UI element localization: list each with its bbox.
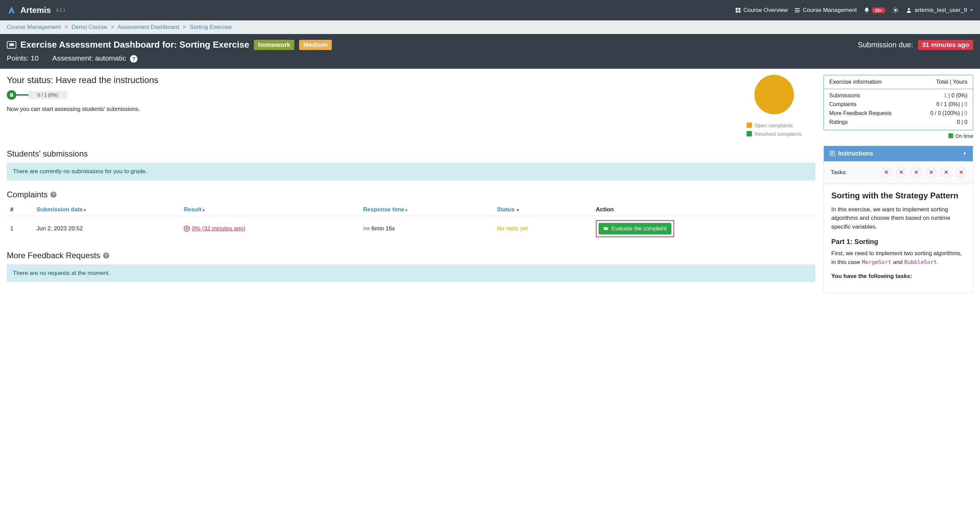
- col-status[interactable]: Status ▾: [493, 204, 592, 216]
- info-row-submissions: Submissions 1 | 0 (0%): [829, 91, 967, 100]
- chevron-right-icon: [963, 151, 967, 156]
- help-icon[interactable]: ?: [50, 191, 56, 198]
- feedback-heading: More Feedback Requests ?: [7, 251, 815, 260]
- on-time-label: On time: [955, 133, 973, 139]
- col-index: #: [7, 204, 33, 216]
- instructions-header-label: Instructions: [838, 150, 873, 157]
- progress-indicator: 0 / 1 (0%): [7, 90, 159, 100]
- category-badge: homework: [254, 40, 294, 50]
- info-label: More Feedback Requests: [829, 110, 930, 116]
- submission-due-badge: 31 minutes ago: [918, 40, 973, 50]
- instructions-header[interactable]: Instructions: [824, 146, 973, 161]
- legend-label: Resolved complaints: [755, 131, 802, 137]
- cell-status: No reply yet: [493, 216, 592, 241]
- help-icon[interactable]: ?: [103, 252, 109, 259]
- breadcrumb: Course Management > Demo Course > Assess…: [0, 21, 980, 34]
- svg-rect-4: [795, 8, 800, 9]
- part1-paragraph: First, we need to implement two sorting …: [831, 249, 966, 266]
- progress-text: 0 / 1 (0%): [29, 91, 67, 99]
- tasks-row: Tasks: ✕ ✕ ✕ ✕ ✕ ✕: [824, 161, 973, 184]
- breadcrumb-item[interactable]: Sorting Exercise: [189, 24, 232, 30]
- navbar: Artemis 6.2.1 Course Overview Course Man…: [0, 0, 980, 21]
- artemis-logo-icon: [7, 5, 16, 15]
- svg-point-7: [894, 9, 897, 11]
- svg-rect-18: [11, 94, 12, 94]
- info-yours-link[interactable]: 0: [964, 110, 967, 116]
- progress-step-icon: [7, 90, 16, 100]
- keyboard-icon: ⌨: [7, 41, 16, 49]
- notification-count-badge: 25+: [872, 8, 885, 13]
- brand-name: Artemis: [21, 5, 51, 15]
- breadcrumb-item[interactable]: Demo Course: [72, 24, 107, 30]
- svg-rect-5: [795, 10, 800, 11]
- svg-rect-3: [738, 11, 740, 13]
- feedback-empty-alert: There are no requests at the moment.: [7, 264, 815, 282]
- status-description: Now you can start assessing students' su…: [7, 106, 159, 113]
- navbar-brand[interactable]: Artemis 6.2.1: [7, 5, 65, 15]
- breadcrumb-sep: >: [111, 24, 115, 30]
- part1-heading: Part 1: Sorting: [831, 238, 966, 246]
- col-action: Action: [592, 204, 815, 216]
- info-label: Ratings: [829, 119, 957, 125]
- info-value: 1 | 0 (0%): [944, 92, 967, 99]
- notifications-button[interactable]: 25+: [864, 7, 885, 13]
- breadcrumb-item[interactable]: Assessment Dashboard: [118, 24, 179, 30]
- difficulty-badge: Medium: [299, 40, 332, 50]
- task-status-fail-icon[interactable]: ✕: [881, 167, 891, 178]
- evaluate-complaint-button[interactable]: Evaluate the complaint: [598, 223, 671, 234]
- version-label: 6.2.1: [56, 8, 65, 13]
- assessment-label-text: Assessment: automatic: [52, 54, 126, 62]
- code-mergesort: MergeSort: [862, 259, 891, 265]
- breadcrumb-item[interactable]: Course Management: [7, 24, 61, 30]
- user-icon: [906, 7, 912, 13]
- complaint-row: 1 Jun 2, 2023 20:52 ✕ 0% (32 minutes ago…: [7, 216, 815, 241]
- folder-open-icon: [603, 226, 609, 231]
- info-total-link[interactable]: 1: [944, 92, 947, 98]
- col-result[interactable]: Result♦: [180, 204, 360, 216]
- col-response-time[interactable]: Response time♦: [360, 204, 493, 216]
- nav-course-management[interactable]: Course Management: [795, 7, 857, 14]
- info-yours: 0: [964, 119, 967, 125]
- task-status-fail-icon[interactable]: ✕: [911, 167, 921, 178]
- instructions-intro: In this exercise, we want to implement s…: [831, 205, 966, 231]
- list-icon: [795, 8, 800, 13]
- cell-index: 1: [7, 216, 33, 241]
- user-menu[interactable]: artemis_test_user_9: [906, 7, 973, 14]
- username-label: artemis_test_user_9: [915, 7, 967, 14]
- theme-toggle-button[interactable]: [892, 7, 899, 14]
- result-link[interactable]: 0% (32 minutes ago): [192, 225, 245, 232]
- on-time-swatch: [948, 134, 953, 138]
- page-title-text: Exercise Assessment Dashboard for: Sorti…: [21, 40, 249, 50]
- submissions-empty-alert: There are currently no submissions for y…: [7, 162, 815, 180]
- info-row-feedback: More Feedback Requests 0 / 0 (100%) | 0: [829, 109, 967, 118]
- exercise-info-box: Exercise information Total | Yours Submi…: [824, 75, 973, 130]
- nav-course-overview[interactable]: Course Overview: [735, 7, 788, 14]
- info-row-complaints: Complaints 0 / 1 (0%) | 0: [829, 100, 967, 109]
- page-title: ⌨ Exercise Assessment Dashboard for: Sor…: [7, 40, 249, 50]
- fail-icon: ✕: [184, 226, 190, 232]
- complaints-heading: Complaints ?: [7, 190, 815, 199]
- col-submission-date[interactable]: Submission date♦: [33, 204, 180, 216]
- task-status-fail-icon[interactable]: ✕: [926, 167, 936, 178]
- info-label: Submissions: [829, 92, 944, 99]
- task-status-fail-icon[interactable]: ✕: [896, 167, 906, 178]
- complaints-table: # Submission date♦ Result♦ Response time…: [7, 204, 815, 241]
- col-label: Submission date: [37, 206, 83, 213]
- task-status-fail-icon[interactable]: ✕: [941, 167, 951, 178]
- svg-rect-0: [736, 8, 738, 10]
- submission-due-label: Submission due:: [858, 40, 913, 49]
- help-icon[interactable]: ?: [130, 55, 137, 63]
- status-title: Your status: Have read the instructions: [7, 75, 159, 85]
- legend-swatch: [746, 131, 752, 137]
- tasks-label: Tasks:: [830, 169, 847, 176]
- info-yours-link[interactable]: 0: [964, 101, 967, 107]
- info-total: 0 / 1 (0%): [937, 101, 960, 107]
- svg-line-14: [894, 11, 894, 12]
- info-yours: 0 (0%): [951, 92, 967, 98]
- svg-rect-6: [795, 11, 800, 12]
- svg-line-12: [894, 8, 894, 9]
- tasks-intro: You have the following tasks:: [831, 273, 912, 279]
- instructions-title: Sorting with the Strategy Pattern: [831, 191, 966, 201]
- task-status-fail-icon[interactable]: ✕: [956, 167, 966, 178]
- page-header: ⌨ Exercise Assessment Dashboard for: Sor…: [0, 34, 980, 69]
